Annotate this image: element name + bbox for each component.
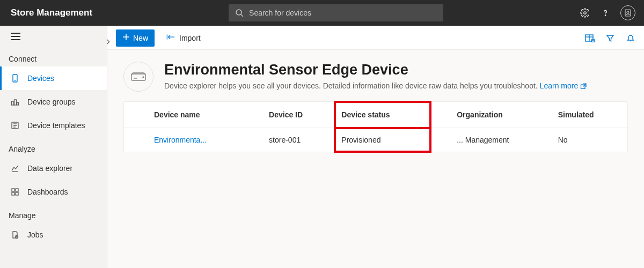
col-device-status[interactable]: Device status <box>335 102 430 128</box>
nav-section-analyze: Analyze <box>0 137 107 157</box>
svg-rect-4 <box>625 10 631 16</box>
help-icon[interactable] <box>600 8 611 18</box>
sidebar-item-label: Data explorer <box>27 164 72 173</box>
plus-icon <box>122 33 130 42</box>
cell-device-name[interactable]: Environmenta... <box>124 128 262 152</box>
page-title: Environmental Sensor Edge Device <box>164 62 587 78</box>
svg-rect-15 <box>12 189 14 191</box>
svg-line-35 <box>583 84 587 87</box>
new-button[interactable]: New <box>116 29 155 47</box>
table-row[interactable]: Environmenta... store-001 Provisioned ..… <box>124 128 627 152</box>
sidebar-item-label: Jobs <box>27 230 43 239</box>
avatar[interactable] <box>620 5 635 20</box>
sidebar-item-device-templates[interactable]: Device templates <box>0 114 107 137</box>
nav-section-manage: Manage <box>0 204 107 223</box>
sidebar: Connect Devices Device groups Device tem… <box>0 26 107 268</box>
cell-simulated: No <box>552 128 627 152</box>
sidebar-item-data-explorer[interactable]: Data explorer <box>0 157 107 180</box>
cell-device-status: Provisioned <box>335 128 430 152</box>
jobs-icon <box>10 230 20 240</box>
col-device-name[interactable]: Device name <box>124 102 262 128</box>
sidebar-item-label: Devices <box>27 74 54 83</box>
col-simulated[interactable]: Simulated <box>552 102 627 128</box>
import-button-label: Import <box>179 34 201 42</box>
sidebar-item-devices[interactable]: Devices <box>0 66 107 90</box>
svg-point-33 <box>143 77 144 78</box>
sidebar-item-jobs[interactable]: Jobs <box>0 223 107 247</box>
columns-icon[interactable] <box>585 33 595 43</box>
data-explorer-icon <box>10 163 20 173</box>
learn-more-link[interactable]: Learn more <box>540 81 587 90</box>
svg-rect-18 <box>16 192 18 195</box>
sidebar-item-dashboards[interactable]: Dashboards <box>0 180 107 204</box>
filter-icon[interactable] <box>605 33 615 43</box>
svg-rect-17 <box>12 192 14 195</box>
sidebar-item-label: Device groups <box>27 98 76 106</box>
svg-marker-30 <box>607 35 613 41</box>
cell-device-id: store-001 <box>262 128 335 152</box>
svg-rect-16 <box>16 189 18 191</box>
svg-rect-31 <box>131 74 145 80</box>
page-header: Environmental Sensor Edge Device Device … <box>107 50 644 101</box>
svg-point-2 <box>584 12 587 14</box>
import-icon <box>166 33 175 42</box>
cell-organization: ... Management <box>450 128 551 152</box>
device-badge-icon <box>123 62 153 92</box>
search-box[interactable] <box>229 4 443 21</box>
import-button[interactable]: Import <box>161 29 206 47</box>
app-title: Store Management <box>11 8 92 18</box>
page-subtitle: Device explorer helps you see all your d… <box>164 81 587 90</box>
dashboards-icon <box>10 187 20 197</box>
top-bar: Store Management <box>0 0 644 26</box>
svg-point-3 <box>605 15 605 16</box>
cell-blank <box>430 128 450 152</box>
svg-point-0 <box>236 10 241 15</box>
svg-line-21 <box>17 237 17 237</box>
svg-rect-10 <box>17 102 19 105</box>
svg-point-5 <box>627 11 629 13</box>
col-device-id[interactable]: Device ID <box>262 102 335 128</box>
search-icon <box>234 8 245 18</box>
table-header-row: Device name Device ID Device status Orga… <box>124 102 627 128</box>
devices-icon <box>10 73 20 83</box>
content-area: New Import <box>107 26 644 268</box>
sidebar-item-label: Device templates <box>27 121 85 130</box>
svg-rect-8 <box>12 101 14 105</box>
settings-icon[interactable] <box>580 8 590 18</box>
search-input[interactable] <box>249 9 438 17</box>
svg-line-1 <box>241 14 243 17</box>
device-table: Device name Device ID Device status Orga… <box>123 101 628 152</box>
bell-icon[interactable] <box>626 33 635 43</box>
hamburger-icon[interactable] <box>11 33 20 40</box>
col-blank <box>430 102 450 128</box>
sidebar-item-label: Dashboards <box>27 188 68 196</box>
new-button-label: New <box>133 34 148 42</box>
sidebar-collapse-toggle[interactable] <box>99 33 116 50</box>
device-templates-icon <box>10 121 20 130</box>
device-groups-icon <box>10 97 20 107</box>
svg-rect-9 <box>14 100 17 105</box>
command-bar: New Import <box>107 26 644 50</box>
sidebar-item-device-groups[interactable]: Device groups <box>0 90 107 114</box>
nav-section-connect: Connect <box>0 47 107 66</box>
col-organization[interactable]: Organization <box>450 102 551 128</box>
